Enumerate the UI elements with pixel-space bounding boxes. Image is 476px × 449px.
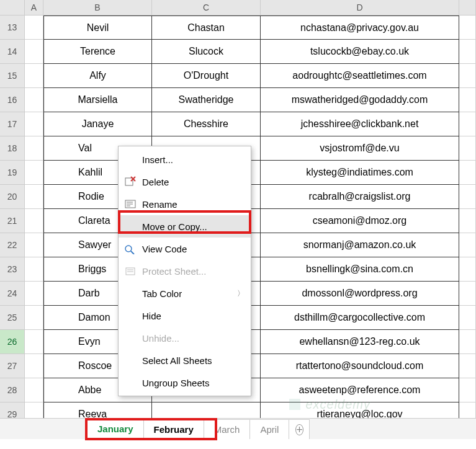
cell[interactable]	[25, 136, 43, 161]
cell[interactable]	[25, 306, 43, 330]
menu-unhide: Unhide...	[119, 327, 251, 349]
cell-firstname[interactable]: Marsiella	[43, 88, 152, 112]
menu-delete[interactable]: Delete	[119, 171, 251, 193]
cell-email[interactable]: jchesshiree@clickbank.net	[261, 112, 459, 136]
select-all-corner[interactable]	[0, 0, 25, 15]
cell[interactable]	[25, 209, 43, 233]
cell[interactable]	[25, 282, 43, 306]
cell[interactable]	[459, 40, 476, 64]
cell[interactable]	[459, 282, 476, 306]
cell[interactable]	[459, 185, 476, 209]
cell-email[interactable]: rcabralh@craigslist.org	[261, 185, 459, 209]
row-header[interactable]: 24	[0, 282, 25, 306]
tab-april[interactable]: April	[249, 419, 289, 439]
row-header[interactable]: 26	[0, 330, 25, 354]
cell[interactable]	[25, 233, 43, 257]
cell[interactable]	[459, 209, 476, 233]
row-header[interactable]: 13	[0, 16, 25, 40]
cell[interactable]	[25, 330, 43, 354]
cell-firstname[interactable]: Terence	[43, 40, 152, 64]
cell[interactable]	[459, 378, 476, 402]
new-sheet-button[interactable]: +	[289, 419, 310, 439]
cell-email[interactable]: ewhellansn@123-reg.co.uk	[261, 330, 459, 354]
cell[interactable]	[25, 16, 43, 40]
cell-email[interactable]: rtattertono@soundcloud.com	[261, 354, 459, 378]
row-header[interactable]: 27	[0, 354, 25, 378]
cell-email[interactable]: mswatheridged@godaddy.com	[261, 88, 459, 112]
cell-lastname[interactable]: O'Drought	[152, 64, 261, 88]
cell-email[interactable]: snormanj@amazon.co.uk	[261, 233, 459, 257]
cell-email[interactable]: dsthillm@cargocollective.com	[261, 306, 459, 330]
cell[interactable]	[459, 64, 476, 88]
menu-select-all-sheets[interactable]: Select All Sheets	[119, 349, 251, 371]
cell[interactable]	[25, 88, 43, 112]
cell[interactable]	[459, 88, 476, 112]
cell[interactable]	[459, 354, 476, 378]
cell-email[interactable]: aodroughtc@seattletimes.com	[261, 64, 459, 88]
cell[interactable]	[459, 233, 476, 257]
svg-point-7	[125, 246, 132, 252]
tab-march[interactable]: March	[204, 419, 251, 439]
tab-january[interactable]: January	[87, 419, 144, 439]
tab-february[interactable]: February	[143, 419, 204, 439]
menu-view-code[interactable]: View Code	[119, 238, 251, 260]
col-header-C[interactable]: C	[152, 0, 261, 15]
cell[interactable]	[459, 257, 476, 282]
rename-icon	[123, 197, 137, 211]
menu-move-or-copy[interactable]: Move or Copy...	[119, 215, 251, 238]
row-header[interactable]: 25	[0, 306, 25, 330]
cell[interactable]	[25, 185, 43, 209]
col-header-E[interactable]	[459, 0, 476, 15]
cell[interactable]	[459, 136, 476, 161]
row-header[interactable]: 20	[0, 185, 25, 209]
cell-email[interactable]: nchastana@privacy.gov.au	[261, 16, 459, 40]
menu-insert[interactable]: Insert...	[119, 148, 251, 171]
cell[interactable]	[459, 16, 476, 40]
cell[interactable]	[459, 306, 476, 330]
cell-email[interactable]: tslucockb@ebay.co.uk	[261, 40, 459, 64]
menu-hide[interactable]: Hide	[119, 305, 251, 327]
cell[interactable]	[459, 161, 476, 185]
col-header-B[interactable]: B	[43, 0, 152, 15]
cell[interactable]	[459, 112, 476, 136]
cell[interactable]	[25, 40, 43, 64]
cell-firstname[interactable]: Janaye	[43, 112, 152, 136]
row-header[interactable]: 18	[0, 136, 25, 161]
cell-email[interactable]: vsjostromf@de.vu	[261, 136, 459, 161]
cell-email[interactable]: klysteg@indiatimes.com	[261, 161, 459, 185]
col-header-D[interactable]: D	[261, 0, 459, 15]
cell[interactable]	[25, 64, 43, 88]
viewcode-icon	[123, 242, 137, 256]
row-header[interactable]: 28	[0, 378, 25, 402]
delete-icon	[123, 175, 137, 189]
row-header[interactable]: 22	[0, 233, 25, 257]
cell[interactable]	[25, 378, 43, 402]
row-header[interactable]: 16	[0, 88, 25, 112]
row-header[interactable]: 15	[0, 64, 25, 88]
cell-lastname[interactable]: Chastan	[152, 16, 261, 40]
cell-email[interactable]: asweetenp@reference.com	[261, 378, 459, 402]
cell-email[interactable]: bsnellingk@sina.com.cn	[261, 257, 459, 282]
row-header[interactable]: 17	[0, 112, 25, 136]
cell-lastname[interactable]: Swatheridge	[152, 88, 261, 112]
cell[interactable]	[459, 330, 476, 354]
menu-rename[interactable]: Rename	[119, 193, 251, 215]
menu-tab-color[interactable]: Tab Color〉	[119, 282, 251, 305]
cell-email[interactable]: dmossonl@wordpress.org	[261, 282, 459, 306]
cell[interactable]	[25, 354, 43, 378]
cell[interactable]	[25, 112, 43, 136]
col-header-A[interactable]: A	[25, 0, 43, 15]
menu-ungroup-sheets[interactable]: Ungroup Sheets	[119, 371, 251, 394]
row-header[interactable]: 21	[0, 209, 25, 233]
cell-lastname[interactable]: Slucock	[152, 40, 261, 64]
cell-firstname[interactable]: Nevil	[43, 16, 152, 40]
row-header[interactable]: 19	[0, 161, 25, 185]
cell-lastname[interactable]: Chesshire	[152, 112, 261, 136]
row-header[interactable]: 23	[0, 257, 25, 282]
row-header[interactable]: 14	[0, 40, 25, 64]
sheet-tab-bar: January February March April +	[0, 418, 476, 439]
cell-email[interactable]: cseamoni@dmoz.org	[261, 209, 459, 233]
cell-firstname[interactable]: Alfy	[43, 64, 152, 88]
cell[interactable]	[25, 161, 43, 185]
cell[interactable]	[25, 257, 43, 282]
